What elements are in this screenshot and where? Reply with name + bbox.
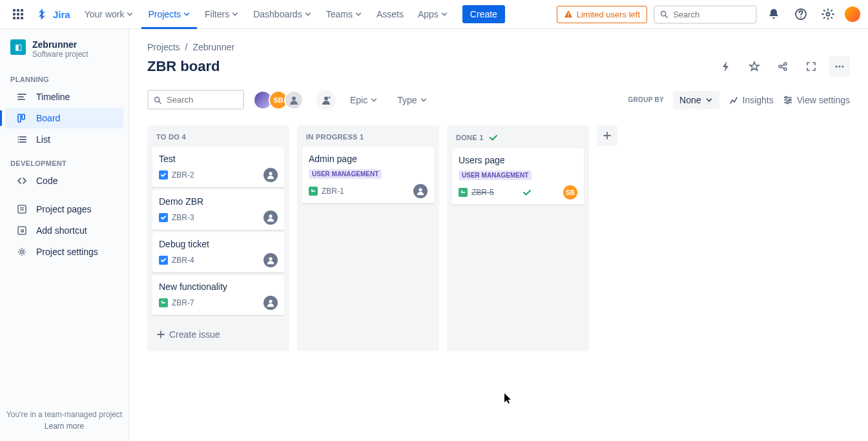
insights-button[interactable]: Insights [728,95,774,105]
column-header[interactable]: IN PROGRESS 1 [300,130,437,147]
issue-card[interactable]: Debug ticket ZBR-4 [152,232,284,272]
project-header[interactable]: ◧ Zebrunner Software project [0,39,129,67]
limited-users-warning[interactable]: Limited users left [557,6,647,23]
issue-card[interactable]: New functionality ZBR-7 [152,275,284,315]
sidebar-item-label: Project pages [36,204,92,214]
global-search[interactable] [654,5,757,24]
column-done: DONE 1 Users page USER MANAGEMENT ZBR-5 … [447,125,589,351]
global-search-input[interactable] [672,9,750,20]
issue-card[interactable]: Demo ZBR ZBR-3 [152,190,284,230]
assignee-filter: SB [253,90,304,110]
app-switcher-icon[interactable] [8,4,28,25]
assignee-avatar[interactable] [264,210,278,225]
create-button[interactable]: Create [462,5,505,23]
issue-key[interactable]: ZBR-4 [172,256,194,265]
top-nav: Jira Your workProjectsFiltersDashboardsT… [0,0,868,29]
sidebar-item-project-pages[interactable]: Project pages [5,199,123,220]
learn-more-link[interactable]: Learn more [5,422,123,431]
svg-point-25 [779,65,781,68]
svg-rect-6 [13,13,16,15]
svg-rect-7 [17,13,19,15]
add-people-button[interactable] [316,90,336,110]
sidebar-item-label: Add shortcut [36,225,87,236]
epic-lozenge[interactable]: USER MANAGEMENT [309,169,382,179]
chevron-down-icon [355,10,362,18]
nav-teams[interactable]: Teams [320,0,369,29]
done-check-icon [522,188,532,197]
sidebar-item-add-shortcut[interactable]: Add shortcut [5,220,123,241]
plus-icon [156,330,165,339]
automation-icon[interactable] [716,56,736,77]
settings-icon[interactable] [818,4,838,25]
issue-card[interactable]: Users page USER MANAGEMENT ZBR-5 SB [452,149,584,205]
column-title: TO DO 4 [156,133,186,141]
board-search-input[interactable] [165,94,238,105]
help-icon[interactable] [790,4,811,25]
add-column-button[interactable] [597,125,617,146]
star-icon[interactable] [744,56,765,77]
task-type-icon [159,213,168,222]
nav-assets[interactable]: Assets [370,0,410,29]
issue-card[interactable]: Test ZBR-2 [152,147,284,187]
issue-key[interactable]: ZBR-3 [172,213,194,222]
group-by-select[interactable]: None [673,91,719,109]
type-filter[interactable]: Type [392,91,432,109]
issue-key[interactable]: ZBR-5 [471,188,494,197]
task-type-icon [159,170,168,179]
nav-projects[interactable]: Projects [141,0,197,29]
board-icon [16,113,28,123]
issue-key[interactable]: ZBR-1 [322,187,344,196]
assignee-avatar[interactable] [264,168,278,182]
jira-logo[interactable]: Jira [31,8,76,21]
view-settings-button[interactable]: View settings [783,95,850,105]
profile-avatar[interactable] [845,6,860,22]
svg-rect-36 [161,301,163,302]
sidebar-footer-text: You're in a team-managed project [5,410,123,419]
notifications-icon[interactable] [763,4,784,25]
svg-rect-22 [18,205,26,213]
svg-point-32 [785,96,787,98]
nav-apps[interactable]: Apps [411,0,455,29]
create-issue-button[interactable]: Create issue [150,323,287,346]
assignee-avatar[interactable] [264,296,278,310]
issue-key[interactable]: ZBR-7 [172,298,194,307]
nav-dashboards[interactable]: Dashboards [247,0,318,29]
avatar-unassigned[interactable] [284,90,304,110]
sidebar-item-timeline[interactable]: Timeline [5,87,123,107]
chevron-down-icon [420,96,428,104]
assignee-avatar[interactable] [413,184,428,198]
column-header[interactable]: TO DO 4 [150,130,287,147]
more-actions-icon[interactable] [829,56,850,77]
svg-rect-35 [161,302,165,303]
column-header[interactable]: DONE 1 [450,130,586,149]
svg-rect-40 [461,190,462,192]
breadcrumb-projects[interactable]: Projects [147,42,180,52]
assignee-avatar[interactable] [264,253,278,267]
epic-lozenge[interactable]: USER MANAGEMENT [459,170,532,180]
nav-your-work[interactable]: Your work [78,0,141,29]
sidebar-item-code[interactable]: Code [5,170,123,191]
sidebar-item-list[interactable]: List [5,129,123,150]
group-by-label: GROUP BY [628,96,664,103]
story-type-icon [459,188,468,197]
issue-key[interactable]: ZBR-2 [172,170,194,179]
svg-rect-5 [21,9,23,12]
nav-filters[interactable]: Filters [198,0,245,29]
breadcrumb-project[interactable]: Zebrunner [192,42,234,52]
board-search[interactable] [147,90,244,110]
chevron-down-icon [304,10,312,18]
share-icon[interactable] [772,56,793,77]
chevron-down-icon [370,96,378,104]
chevron-down-icon [231,10,239,18]
epic-filter[interactable]: Epic [345,91,383,109]
sidebar-item-label: Timeline [36,92,70,102]
fullscreen-icon[interactable] [801,56,822,77]
sidebar-item-board[interactable]: Board [5,108,123,128]
sidebar-item-label: Code [36,176,57,186]
svg-point-20 [18,139,19,140]
issue-card[interactable]: Admin page USER MANAGEMENT ZBR-1 [302,147,434,203]
assignee-avatar[interactable]: SB [563,185,577,200]
story-type-icon [159,298,168,307]
column-to-do: TO DO 4 Test ZBR-2 Demo ZBR ZBR-3 Debug … [147,125,289,351]
sidebar-item-project-settings[interactable]: Project settings [5,241,123,262]
